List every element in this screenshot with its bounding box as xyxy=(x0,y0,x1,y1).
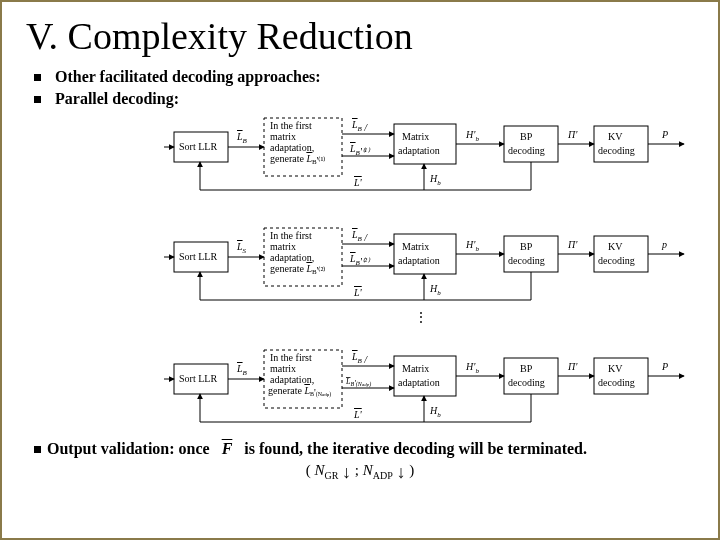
svg-text:LB: LB xyxy=(236,363,248,377)
bullet-text: Parallel decoding: xyxy=(55,90,179,108)
svg-text:⋮: ⋮ xyxy=(414,310,428,325)
semicolon: ; xyxy=(355,462,359,478)
bullet-item-last: Output validation: once F is found, the … xyxy=(34,440,696,458)
svg-text:Matrix: Matrix xyxy=(402,131,429,142)
svg-text:LS: LS xyxy=(236,241,247,255)
svg-text:decoding: decoding xyxy=(598,145,635,156)
svg-text:L': L' xyxy=(353,409,363,420)
square-bullet-icon xyxy=(34,96,41,103)
svg-text:In the first: In the first xyxy=(270,120,312,131)
svg-text:H'b: H'b xyxy=(465,239,479,253)
svg-text:adaptation,: adaptation, xyxy=(270,142,314,153)
svg-text:LB /: LB / xyxy=(351,351,368,365)
bullet-item: Parallel decoding: xyxy=(34,90,696,108)
svg-text:L': L' xyxy=(353,177,363,188)
svg-text:H'b: H'b xyxy=(465,129,479,143)
svg-text:Hb: Hb xyxy=(429,405,441,419)
n-gr-sub: GR xyxy=(324,470,338,481)
svg-text:Π': Π' xyxy=(567,361,578,372)
svg-text:Matrix: Matrix xyxy=(402,241,429,252)
svg-text:Π': Π' xyxy=(567,239,578,250)
svg-text:matrix: matrix xyxy=(270,241,296,252)
svg-text:decoding: decoding xyxy=(508,255,545,266)
svg-text:KV: KV xyxy=(608,241,623,252)
svg-text:adaptation: adaptation xyxy=(398,377,440,388)
svg-text:generate LB'⁽²⁾: generate LB'⁽²⁾ xyxy=(270,263,325,276)
svg-text:LB'⁽¹⁾: LB'⁽¹⁾ xyxy=(349,143,371,157)
output-validation-pre: Output validation: once xyxy=(47,440,210,458)
svg-text:In the first: In the first xyxy=(270,230,312,241)
svg-text:KV: KV xyxy=(608,363,623,374)
svg-text:Π': Π' xyxy=(567,129,578,140)
svg-text:Sort LLR: Sort LLR xyxy=(179,141,217,152)
svg-text:P: P xyxy=(661,361,668,372)
svg-text:L': L' xyxy=(353,287,363,298)
down-arrow-icon: ↓ xyxy=(342,468,351,477)
slide-frame: V. Complexity Reduction Other facilitate… xyxy=(0,0,720,540)
svg-text:decoding: decoding xyxy=(508,377,545,388)
n-gr-sym-n: N xyxy=(314,462,324,478)
svg-rect-88 xyxy=(394,356,456,396)
svg-text:H'b: H'b xyxy=(465,361,479,375)
svg-text:p: p xyxy=(661,239,667,250)
svg-rect-52 xyxy=(394,234,456,274)
svg-text:adaptation: adaptation xyxy=(398,145,440,156)
paren-close: ) xyxy=(409,462,414,478)
f-bar-symbol: F xyxy=(216,440,239,458)
svg-text:LB /: LB / xyxy=(351,229,368,243)
svg-text:BP: BP xyxy=(520,241,533,252)
svg-text:KV: KV xyxy=(608,131,623,142)
svg-text:LB'(Nadp): LB'(Nadp) xyxy=(345,377,371,388)
svg-text:decoding: decoding xyxy=(598,377,635,388)
iteration-counts-note: ( NGR ↓ ; NADP ↓ ) xyxy=(24,462,696,481)
n-adp-sym-n: N xyxy=(363,462,373,478)
slide-title: V. Complexity Reduction xyxy=(26,14,696,58)
svg-text:adaptation: adaptation xyxy=(398,255,440,266)
svg-text:matrix: matrix xyxy=(270,131,296,142)
svg-rect-17 xyxy=(394,124,456,164)
svg-text:generate LB'⁽¹⁾: generate LB'⁽¹⁾ xyxy=(270,153,325,166)
svg-text:In the first: In the first xyxy=(270,352,312,363)
square-bullet-icon xyxy=(34,446,41,453)
svg-text:BP: BP xyxy=(520,363,533,374)
svg-text:Matrix: Matrix xyxy=(402,363,429,374)
down-arrow-icon: ↓ xyxy=(397,468,406,477)
svg-text:LB /: LB / xyxy=(351,119,368,133)
square-bullet-icon xyxy=(34,74,41,81)
svg-text:BP: BP xyxy=(520,131,533,142)
svg-text:LB: LB xyxy=(236,131,248,145)
svg-text:decoding: decoding xyxy=(508,145,545,156)
diagram-svg: .bx{fill:none;stroke:#000;stroke-width:1… xyxy=(164,112,704,432)
svg-text:Hb: Hb xyxy=(429,283,441,297)
n-adp-sub: ADP xyxy=(373,470,393,481)
svg-text:LB'⁽²⁾: LB'⁽²⁾ xyxy=(349,253,371,267)
svg-text:matrix: matrix xyxy=(270,363,296,374)
paren-open: ( xyxy=(306,462,311,478)
svg-text:adaptation,: adaptation, xyxy=(270,374,314,385)
svg-text:Sort LLR: Sort LLR xyxy=(179,251,217,262)
output-validation-post: is found, the iterative decoding will be… xyxy=(244,440,587,458)
parallel-decoding-diagram: .bx{fill:none;stroke:#000;stroke-width:1… xyxy=(164,112,704,432)
bullet-list: Other facilitated decoding approaches: P… xyxy=(34,68,696,108)
svg-text:decoding: decoding xyxy=(598,255,635,266)
svg-text:adaptation,: adaptation, xyxy=(270,252,314,263)
bullet-item: Other facilitated decoding approaches: xyxy=(34,68,696,86)
svg-text:P: P xyxy=(661,129,668,140)
svg-text:Hb: Hb xyxy=(429,173,441,187)
svg-text:generate LB'(Nadp): generate LB'(Nadp) xyxy=(268,385,331,398)
svg-text:Sort LLR: Sort LLR xyxy=(179,373,217,384)
bullet-text: Other facilitated decoding approaches: xyxy=(55,68,321,86)
